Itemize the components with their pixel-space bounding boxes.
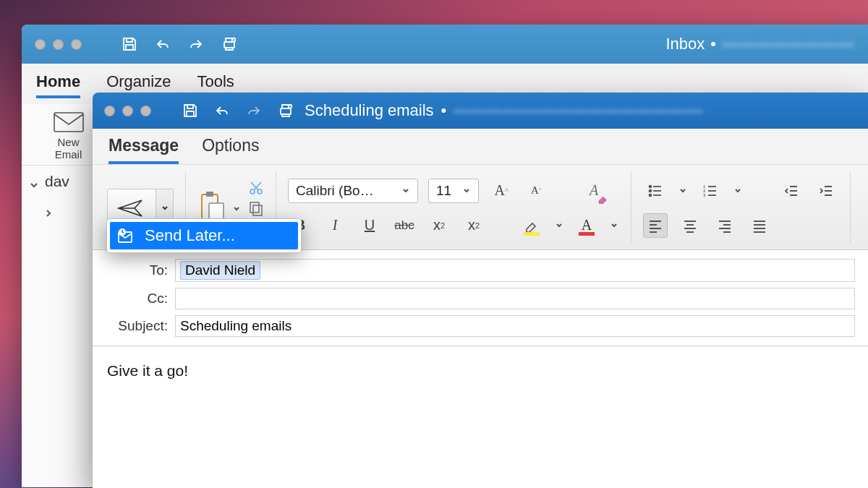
compose-window-title: Scheduling emails	[305, 101, 434, 120]
underline-button[interactable]: U	[357, 213, 382, 238]
zoom-window-button[interactable]	[71, 39, 82, 50]
grow-font-button[interactable]: A^	[489, 179, 514, 203]
window-controls	[22, 39, 95, 50]
redo-icon[interactable]	[187, 35, 205, 53]
font-family-select[interactable]: Calibri (Bo…	[288, 179, 418, 203]
save-icon[interactable]	[182, 102, 199, 119]
align-right-button[interactable]	[712, 213, 737, 238]
envelope-icon	[53, 111, 85, 133]
chevron-down-icon	[401, 183, 410, 199]
tab-home[interactable]: Home	[36, 72, 80, 98]
scissors-icon	[248, 180, 264, 196]
subscript-button[interactable]: x2	[427, 213, 451, 238]
send-later-icon	[117, 228, 136, 244]
cc-label: Cc:	[106, 291, 175, 307]
save-icon[interactable]	[121, 35, 138, 53]
svg-rect-3	[281, 108, 291, 114]
align-center-button[interactable]	[678, 213, 702, 238]
superscript-button[interactable]: x2	[461, 213, 486, 238]
send-later-menu-item[interactable]: Send Later...	[110, 222, 298, 249]
strikethrough-button[interactable]: abc	[392, 213, 417, 238]
bulleted-list-button[interactable]	[643, 179, 668, 203]
compose-window: Scheduling emails • ——————————————— Mess…	[93, 93, 868, 488]
send-dropdown-menu: Send Later...	[106, 218, 302, 253]
minimize-window-button[interactable]	[53, 39, 64, 50]
align-left-button[interactable]	[643, 213, 668, 238]
compose-window-controls	[93, 106, 163, 116]
highlight-color-button[interactable]	[519, 213, 544, 238]
font-color-dropdown[interactable]	[609, 222, 619, 229]
svg-rect-6	[206, 192, 213, 197]
highlighter-icon	[524, 218, 540, 234]
font-color-button[interactable]: A	[574, 213, 599, 238]
decrease-indent-button[interactable]	[779, 179, 804, 203]
numbered-list-button[interactable]: 123	[698, 179, 723, 203]
minimize-window-button[interactable]	[122, 106, 133, 116]
redo-icon[interactable]	[245, 102, 263, 119]
paste-dropdown[interactable]	[232, 203, 242, 213]
paper-plane-icon	[117, 197, 146, 219]
compose-titlebar: Scheduling emails • ———————————————	[93, 93, 868, 129]
numbered-list-dropdown[interactable]	[733, 187, 743, 194]
close-window-button[interactable]	[104, 106, 115, 116]
svg-rect-11	[253, 205, 262, 215]
chevron-down-icon	[462, 183, 471, 199]
increase-indent-button[interactable]	[814, 179, 838, 203]
chevron-down-icon	[29, 176, 39, 187]
shrink-font-button[interactable]: Aˇ	[524, 179, 548, 203]
undo-icon[interactable]	[213, 102, 231, 119]
recipient-chip[interactable]: David Nield	[180, 261, 260, 280]
clear-formatting-button[interactable]: A	[582, 179, 606, 203]
tab-options[interactable]: Options	[202, 136, 259, 164]
subject-label: Subject:	[106, 318, 175, 334]
eraser-icon	[597, 194, 608, 204]
chevron-down-icon	[161, 205, 169, 212]
undo-icon[interactable]	[154, 35, 171, 53]
svg-point-14	[650, 194, 652, 196]
svg-point-12	[650, 185, 652, 187]
chevron-right-icon	[43, 205, 54, 215]
compose-tabs: Message Options	[93, 129, 868, 165]
bulleted-list-dropdown[interactable]	[678, 187, 688, 194]
font-size-select[interactable]: 11	[428, 179, 479, 203]
align-justify-button[interactable]	[747, 213, 772, 238]
subject-field[interactable]: Scheduling emails	[175, 315, 855, 337]
main-window-title: Inbox	[665, 35, 705, 53]
svg-rect-0	[224, 42, 234, 48]
zoom-window-button[interactable]	[140, 106, 151, 116]
message-header-fields: To: David Nield Cc: Subject: Scheduling …	[93, 250, 868, 346]
svg-text:3: 3	[703, 193, 706, 197]
copy-icon	[248, 200, 264, 216]
main-titlebar: Inbox • ————————	[22, 25, 868, 64]
copy-button[interactable]	[248, 200, 264, 216]
tab-message[interactable]: Message	[109, 136, 179, 164]
to-field[interactable]: David Nield	[175, 259, 855, 282]
close-window-button[interactable]	[35, 39, 46, 50]
svg-rect-2	[54, 113, 83, 132]
cut-button[interactable]	[248, 180, 264, 196]
message-body[interactable]: Give it a go!	[93, 346, 868, 488]
highlight-color-dropdown[interactable]	[554, 222, 564, 229]
print-icon[interactable]	[221, 35, 238, 53]
svg-rect-10	[250, 202, 259, 213]
italic-button[interactable]: I	[323, 213, 347, 238]
print-icon[interactable]	[277, 102, 294, 119]
to-label: To:	[106, 262, 175, 278]
account-name-blurred: ———————————————	[454, 101, 703, 120]
cc-field[interactable]	[175, 288, 855, 309]
account-name-blurred: ————————	[722, 35, 855, 53]
svg-point-13	[650, 189, 652, 192]
